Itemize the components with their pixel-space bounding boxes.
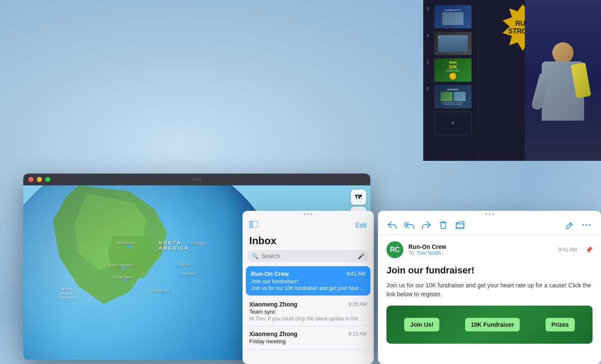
- slide-item-3[interactable]: 3 COMMUNITY: [423, 3, 478, 30]
- fundraiser-banner: Join Us! 10K Fundraiser Prizes: [386, 306, 593, 344]
- svg-point-4: [583, 224, 584, 226]
- slide-thumb-5: RUN 10K FUNDRAISER 🙂: [434, 58, 471, 82]
- city-dot-dallas: [176, 266, 179, 268]
- city-label-los-angeles: Los Angeles: [113, 275, 134, 279]
- mail-time-2: 9:13 AM: [348, 331, 367, 337]
- slide-thumb-4: [434, 32, 471, 55]
- presenter-image: [525, 0, 601, 161]
- city-label-houston: Houston: [182, 272, 196, 276]
- email-viewer-panel: RC Run-On Crew To: Trev Smith › 9:41 AM …: [378, 211, 601, 364]
- mail-inbox-title: Inbox: [243, 233, 374, 250]
- mail-subject-1: Team sync: [249, 309, 367, 315]
- city-label-chicago: Chicago: [191, 241, 205, 245]
- recipient-line: To: Trev Smith ›: [408, 250, 553, 256]
- city-dot-chicago: [188, 245, 191, 247]
- reply-all-button[interactable]: [402, 218, 417, 233]
- slide-number-5: 5: [427, 60, 432, 65]
- slide-thumb-6: OUR EVENTS RUN-ON CREW ISN'T JUST ABOUTF…: [434, 85, 471, 108]
- search-icon: 🔍: [252, 253, 259, 259]
- mail-sender-2: Xiaomeng Zhong: [249, 331, 298, 337]
- mail-sender-1: Xiaomeng Zhong: [249, 301, 298, 308]
- city-dot-houston: [179, 275, 182, 278]
- email-viewer-dots: [378, 211, 601, 216]
- slide-item-7[interactable]: +: [423, 110, 478, 137]
- compose-button[interactable]: [562, 218, 577, 233]
- mail-panel: Edit Inbox 🔍 🎤 Run-On Crew 9:41 AM Join …: [243, 211, 374, 364]
- microphone-icon[interactable]: 🎤: [358, 253, 364, 259]
- city-label-mexico-city: Mexico City: [150, 289, 170, 293]
- fullscreen-button[interactable]: [45, 177, 50, 182]
- north-america-label: NORTHAMERICA: [159, 240, 189, 251]
- mail-subject-0: Join our fundraiser!: [251, 278, 365, 284]
- email-subject-heading: Join our fundraiser!: [386, 265, 593, 276]
- city-label-vancouver: Vancouver: [117, 241, 135, 245]
- more-actions-button[interactable]: [579, 218, 594, 233]
- email-content: RC Run-On Crew To: Trev Smith › 9:41 AM …: [378, 234, 601, 364]
- slide-number-6: 6: [427, 87, 432, 91]
- mail-item-1[interactable]: Xiaomeng Zhong 9:28 AM Team sync Hi Trev…: [243, 297, 374, 326]
- 10k-fundraiser-button[interactable]: 10K Fundraiser: [465, 318, 520, 331]
- forward-button[interactable]: [419, 218, 434, 233]
- svg-rect-3: [456, 224, 464, 229]
- mail-item-0[interactable]: Run-On Crew 9:41 AM Join our fundraiser!…: [246, 266, 370, 296]
- slide-item-6[interactable]: 6 OUR EVENTS RUN-ON CREW ISN'T JUST ABOU…: [423, 83, 478, 110]
- move-to-folder-button[interactable]: [452, 218, 468, 233]
- email-viewer-toolbar: [378, 216, 601, 234]
- sidebar-toggle-icon[interactable]: [249, 221, 258, 230]
- recipient-name[interactable]: Trev Smith: [416, 250, 441, 256]
- mail-search-input[interactable]: [261, 253, 355, 259]
- city-label-san-francisco: San Francisco: [110, 263, 134, 267]
- north-pacific-label: NorthPacificOcean: [61, 287, 77, 300]
- mail-item-2[interactable]: Xiaomeng Zhong 9:13 AM Friday meeting: [243, 326, 374, 350]
- mail-time-1: 9:28 AM: [348, 301, 367, 307]
- reply-button[interactable]: [385, 218, 400, 233]
- sender-info: Run-On Crew To: Trev Smith ›: [408, 243, 553, 256]
- slides-sidebar: 3 COMMUNITY 4 5 RUN 10K: [423, 0, 478, 161]
- attachment-icon-0: 📎: [359, 278, 365, 284]
- close-button[interactable]: [28, 177, 33, 182]
- email-timestamp: 9:41 AM: [558, 247, 577, 253]
- city-label-dallas: Dallas: [179, 262, 190, 267]
- minimize-button[interactable]: [37, 177, 42, 182]
- mail-edit-button[interactable]: Edit: [355, 222, 367, 229]
- map-titlebar: [23, 174, 370, 185]
- slide-number-4: 4: [427, 33, 432, 38]
- svg-point-6: [589, 224, 591, 226]
- mail-panel-dots: [243, 211, 374, 216]
- email-from-row: RC Run-On Crew To: Trev Smith › 9:41 AM …: [386, 241, 593, 258]
- city-dot-vancouver: [128, 245, 131, 248]
- mail-search-bar[interactable]: 🔍 🎤: [248, 250, 369, 262]
- presentation-panel: 3 COMMUNITY 4 5 RUN 10K: [423, 0, 601, 161]
- svg-point-5: [586, 224, 587, 226]
- presentation-main: RUN STRONG: [478, 0, 601, 161]
- sender-name: Run-On Crew: [408, 243, 553, 250]
- slide-item-5[interactable]: 5 RUN 10K FUNDRAISER 🙂: [423, 57, 478, 83]
- mail-preview-0: Join us for our 10K fundraiser and get y…: [251, 285, 365, 291]
- slide-number-3: 3: [427, 7, 432, 11]
- mail-sender-0: Run-On Crew: [251, 270, 289, 277]
- slide-item-4[interactable]: 4: [423, 30, 478, 57]
- add-slide-button[interactable]: +: [434, 112, 471, 135]
- prizes-button[interactable]: Prizes: [546, 318, 575, 331]
- svg-rect-0: [249, 221, 252, 228]
- join-us-button[interactable]: Join Us!: [404, 318, 439, 331]
- email-body-text: Join us for our 10K fundraiser and get y…: [386, 281, 593, 299]
- mail-header: Edit: [243, 216, 374, 233]
- sender-avatar: RC: [386, 241, 403, 258]
- mail-preview-1: Hi Trev, If you could drop the latest up…: [249, 316, 367, 322]
- mail-subject-2: Friday meeting: [249, 338, 367, 345]
- window-dots: [193, 179, 201, 180]
- slide-thumb-3: COMMUNITY: [434, 5, 471, 28]
- mail-time-0: 9:41 AM: [347, 271, 365, 277]
- mail-message-list: Run-On Crew 9:41 AM Join our fundraiser!…: [243, 265, 374, 364]
- trash-button[interactable]: [436, 218, 451, 233]
- pin-icon[interactable]: 📌: [585, 246, 593, 253]
- map-layers-button[interactable]: 🗺: [351, 190, 366, 205]
